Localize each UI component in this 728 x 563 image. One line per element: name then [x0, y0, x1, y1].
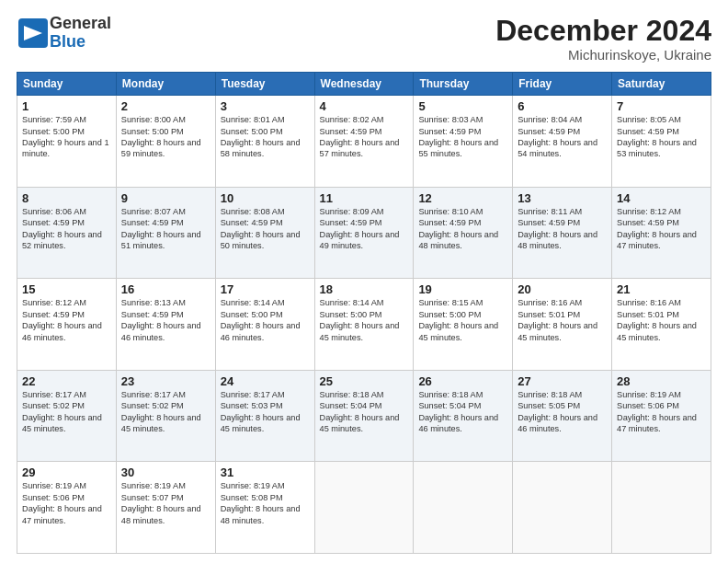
- table-row: 13 Sunrise: 8:11 AMSunset: 4:59 PMDaylig…: [513, 187, 612, 279]
- table-row: 1 Sunrise: 7:59 AMSunset: 5:00 PMDayligh…: [17, 96, 117, 188]
- col-tuesday: Tuesday: [215, 73, 314, 96]
- title-block: December 2024 Michurinskoye, Ukraine: [495, 15, 711, 63]
- table-row: 24 Sunrise: 8:17 AMSunset: 5:03 PMDaylig…: [215, 370, 314, 462]
- table-row: 27 Sunrise: 8:18 AMSunset: 5:05 PMDaylig…: [513, 370, 612, 462]
- table-row: 28 Sunrise: 8:19 AMSunset: 5:06 PMDaylig…: [612, 370, 711, 462]
- day-info: Sunrise: 8:14 AMSunset: 5:00 PMDaylight:…: [320, 298, 400, 341]
- day-info: Sunrise: 8:00 AMSunset: 5:00 PMDaylight:…: [121, 115, 201, 158]
- day-info: Sunrise: 8:18 AMSunset: 5:04 PMDaylight:…: [320, 390, 400, 433]
- table-row: 12 Sunrise: 8:10 AMSunset: 4:59 PMDaylig…: [414, 187, 513, 279]
- logo: General Blue: [17, 15, 111, 52]
- day-info: Sunrise: 8:07 AMSunset: 4:59 PMDaylight:…: [121, 207, 201, 250]
- calendar-header-row: Sunday Monday Tuesday Wednesday Thursday…: [17, 73, 711, 96]
- day-number: 1: [22, 99, 111, 113]
- day-info: Sunrise: 8:12 AMSunset: 4:59 PMDaylight:…: [22, 298, 102, 341]
- table-row: 29 Sunrise: 8:19 AMSunset: 5:06 PMDaylig…: [17, 462, 117, 554]
- logo-icon: [17, 17, 50, 50]
- table-row: 4 Sunrise: 8:02 AMSunset: 4:59 PMDayligh…: [314, 96, 414, 188]
- table-row: 19 Sunrise: 8:15 AMSunset: 5:00 PMDaylig…: [414, 279, 513, 371]
- month-year-title: December 2024: [495, 15, 711, 47]
- day-number: 30: [121, 465, 210, 479]
- day-info: Sunrise: 8:17 AMSunset: 5:02 PMDaylight:…: [22, 390, 102, 433]
- day-info: Sunrise: 8:19 AMSunset: 5:07 PMDaylight:…: [121, 481, 201, 524]
- table-row: [612, 462, 711, 554]
- day-info: Sunrise: 7:59 AMSunset: 5:00 PMDaylight:…: [22, 115, 109, 158]
- table-row: [513, 462, 612, 554]
- table-row: 3 Sunrise: 8:01 AMSunset: 5:00 PMDayligh…: [215, 96, 314, 188]
- table-row: 22 Sunrise: 8:17 AMSunset: 5:02 PMDaylig…: [17, 370, 117, 462]
- page: General Blue December 2024 Michurinskoye…: [0, 0, 728, 563]
- day-info: Sunrise: 8:05 AMSunset: 4:59 PMDaylight:…: [617, 115, 697, 158]
- day-info: Sunrise: 8:17 AMSunset: 5:02 PMDaylight:…: [121, 390, 201, 433]
- day-info: Sunrise: 8:11 AMSunset: 4:59 PMDaylight:…: [518, 207, 597, 250]
- table-row: 21 Sunrise: 8:16 AMSunset: 5:01 PMDaylig…: [612, 279, 711, 371]
- col-wednesday: Wednesday: [314, 73, 414, 96]
- day-info: Sunrise: 8:12 AMSunset: 4:59 PMDaylight:…: [617, 207, 697, 250]
- col-friday: Friday: [513, 73, 612, 96]
- table-row: 7 Sunrise: 8:05 AMSunset: 4:59 PMDayligh…: [612, 96, 711, 188]
- day-info: Sunrise: 8:14 AMSunset: 5:00 PMDaylight:…: [221, 298, 301, 341]
- col-sunday: Sunday: [17, 73, 117, 96]
- header: General Blue December 2024 Michurinskoye…: [17, 15, 711, 63]
- day-number: 24: [221, 374, 310, 388]
- day-number: 10: [221, 191, 310, 205]
- day-info: Sunrise: 8:04 AMSunset: 4:59 PMDaylight:…: [518, 115, 597, 158]
- logo-general: General: [50, 15, 111, 33]
- day-number: 20: [518, 282, 607, 296]
- day-number: 12: [418, 191, 507, 205]
- day-info: Sunrise: 8:16 AMSunset: 5:01 PMDaylight:…: [518, 298, 597, 341]
- table-row: 16 Sunrise: 8:13 AMSunset: 4:59 PMDaylig…: [116, 279, 215, 371]
- table-row: 15 Sunrise: 8:12 AMSunset: 4:59 PMDaylig…: [17, 279, 117, 371]
- day-info: Sunrise: 8:18 AMSunset: 5:05 PMDaylight:…: [518, 390, 597, 433]
- table-row: 18 Sunrise: 8:14 AMSunset: 5:00 PMDaylig…: [314, 279, 414, 371]
- day-number: 22: [22, 374, 111, 388]
- day-number: 18: [320, 282, 409, 296]
- day-number: 7: [617, 99, 706, 113]
- logo-text: General Blue: [50, 15, 111, 52]
- table-row: 31 Sunrise: 8:19 AMSunset: 5:08 PMDaylig…: [215, 462, 314, 554]
- table-row: [414, 462, 513, 554]
- day-number: 16: [121, 282, 210, 296]
- day-info: Sunrise: 8:19 AMSunset: 5:08 PMDaylight:…: [221, 481, 301, 524]
- calendar-week-row: 8 Sunrise: 8:06 AMSunset: 4:59 PMDayligh…: [17, 187, 711, 279]
- day-number: 6: [518, 99, 607, 113]
- table-row: 23 Sunrise: 8:17 AMSunset: 5:02 PMDaylig…: [116, 370, 215, 462]
- table-row: 30 Sunrise: 8:19 AMSunset: 5:07 PMDaylig…: [116, 462, 215, 554]
- table-row: 10 Sunrise: 8:08 AMSunset: 4:59 PMDaylig…: [215, 187, 314, 279]
- calendar-table: Sunday Monday Tuesday Wednesday Thursday…: [17, 72, 711, 554]
- day-info: Sunrise: 8:19 AMSunset: 5:06 PMDaylight:…: [617, 390, 697, 433]
- col-thursday: Thursday: [414, 73, 513, 96]
- col-saturday: Saturday: [612, 73, 711, 96]
- table-row: 25 Sunrise: 8:18 AMSunset: 5:04 PMDaylig…: [314, 370, 414, 462]
- col-monday: Monday: [116, 73, 215, 96]
- day-info: Sunrise: 8:17 AMSunset: 5:03 PMDaylight:…: [221, 390, 301, 433]
- table-row: 6 Sunrise: 8:04 AMSunset: 4:59 PMDayligh…: [513, 96, 612, 188]
- table-row: 2 Sunrise: 8:00 AMSunset: 5:00 PMDayligh…: [116, 96, 215, 188]
- day-number: 31: [221, 465, 310, 479]
- day-info: Sunrise: 8:13 AMSunset: 4:59 PMDaylight:…: [121, 298, 201, 341]
- calendar-week-row: 22 Sunrise: 8:17 AMSunset: 5:02 PMDaylig…: [17, 370, 711, 462]
- table-row: 8 Sunrise: 8:06 AMSunset: 4:59 PMDayligh…: [17, 187, 117, 279]
- table-row: 20 Sunrise: 8:16 AMSunset: 5:01 PMDaylig…: [513, 279, 612, 371]
- day-number: 28: [617, 374, 706, 388]
- table-row: 5 Sunrise: 8:03 AMSunset: 4:59 PMDayligh…: [414, 96, 513, 188]
- day-info: Sunrise: 8:18 AMSunset: 5:04 PMDaylight:…: [418, 390, 498, 433]
- day-number: 27: [518, 374, 607, 388]
- day-number: 13: [518, 191, 607, 205]
- day-info: Sunrise: 8:01 AMSunset: 5:00 PMDaylight:…: [221, 115, 301, 158]
- day-number: 26: [418, 374, 507, 388]
- day-number: 17: [221, 282, 310, 296]
- day-info: Sunrise: 8:03 AMSunset: 4:59 PMDaylight:…: [418, 115, 498, 158]
- calendar-week-row: 1 Sunrise: 7:59 AMSunset: 5:00 PMDayligh…: [17, 96, 711, 188]
- day-number: 2: [121, 99, 210, 113]
- table-row: 11 Sunrise: 8:09 AMSunset: 4:59 PMDaylig…: [314, 187, 414, 279]
- table-row: 14 Sunrise: 8:12 AMSunset: 4:59 PMDaylig…: [612, 187, 711, 279]
- table-row: 26 Sunrise: 8:18 AMSunset: 5:04 PMDaylig…: [414, 370, 513, 462]
- day-info: Sunrise: 8:15 AMSunset: 5:00 PMDaylight:…: [418, 298, 498, 341]
- day-info: Sunrise: 8:16 AMSunset: 5:01 PMDaylight:…: [617, 298, 697, 341]
- day-number: 3: [221, 99, 310, 113]
- day-number: 29: [22, 465, 111, 479]
- logo-blue: Blue: [50, 33, 111, 52]
- day-number: 8: [22, 191, 111, 205]
- day-number: 21: [617, 282, 706, 296]
